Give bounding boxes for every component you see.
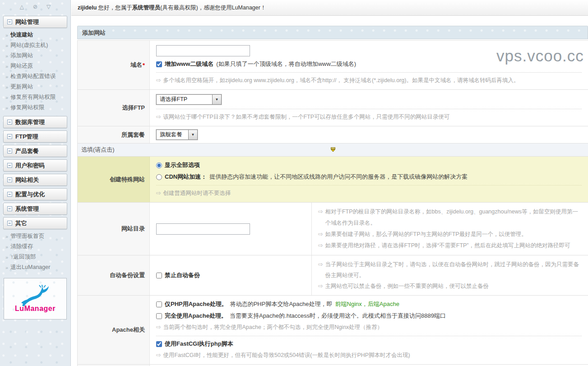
section-label: 网站相关 [15, 176, 39, 184]
disable-backup-checkbox[interactable] [156, 273, 162, 278]
site-dir-content: ⇨ 相对于FTP的根目录下的网站目录名称，如bbs、zijidelu.org、g… [150, 203, 588, 255]
sidebar-item-label: 检查网站配置错误 [10, 73, 56, 80]
section-label: 数据库管理 [15, 118, 45, 126]
sidebar-item-label: 修复所有网站权限 [10, 93, 56, 101]
apache-label: Apache相关 [78, 296, 150, 364]
sidebar-item-label: 添加网站 [10, 52, 33, 60]
sidebar-section-packages[interactable]: − 产品套餐 [3, 145, 67, 157]
backup-hint-2: ⇨ 主网站也可以禁止备份，例如一些不重要的网站，便可以禁止备份 [318, 281, 582, 292]
sidebar-item-fix-permissions[interactable]: » 修复网站权限 [0, 102, 70, 113]
domain-hint: ⇨ 多个域名用空格隔开，如zijidelu.org www.zijidelu.o… [156, 76, 582, 85]
ftp-content: 请选择FTP ▼ ⇨ 该网站位于哪个FTP目录下？如果不考虑套餐限制，一个FTP… [150, 90, 588, 126]
sidebar-section-config-optimize[interactable]: − 配置与优化 [3, 188, 67, 200]
fastcgi-checkbox[interactable] [156, 341, 162, 347]
collapse-section-icon [330, 147, 336, 154]
sidebar-item-restore-site[interactable]: » 网站还原 [0, 61, 70, 71]
hint-arrow-icon: ⇨ [318, 259, 323, 270]
sidebar-section-users[interactable]: − 用户和密码 [3, 159, 67, 171]
sidebar-item-label: 退出LuManager [10, 264, 50, 271]
special-site-label: 创建特殊网站 [78, 157, 150, 202]
site-dir-hint-3: ⇨ 如果要使用绝对路径，请在选择FTP时，选择“不需要FTP”，然后在此处填写上… [318, 240, 582, 251]
sidebar-item-check-config[interactable]: » 检查网站配置错误 [0, 71, 70, 82]
show-all-options-radio[interactable] [156, 162, 162, 168]
required-asterisk: * [143, 62, 145, 69]
cdn-accel-note: 提供静态内容加速功能，让不同地区或线路的用户访问不同的服务器，是下载或镜像网站的… [209, 173, 468, 181]
sidebar-item-update-site[interactable]: » 更新网站 [0, 82, 70, 92]
collapse-minus-icon: − [7, 163, 12, 168]
sidebar-section-system[interactable]: − 系统管理 [3, 203, 67, 215]
package-select[interactable]: 旗舰套餐 ▼ [156, 130, 198, 140]
cdn-accel-label: CDN网站加速： [165, 173, 207, 181]
show-all-options-label: 显示全部选项 [165, 161, 200, 169]
menu-arrow-icon: » [5, 105, 8, 111]
package-select-value: 旗舰套餐 [157, 130, 188, 139]
site-dir-row: 网站目录 ⇨ 相对于FTP的根目录下的网站目录名称，如bbs、zijidelu.… [78, 203, 588, 255]
menu-arrow-icon: » [5, 265, 8, 270]
collapse-minus-icon: − [7, 221, 12, 226]
special-site-hint: ⇨ 创建普通网站时请不要选择 [156, 189, 582, 198]
sidebar-item-panel-home[interactable]: » 管理面板首页 [0, 231, 70, 241]
domain-content: 增加www二级域名 (如果只填了一个顶级域名，将自动增加www二级域名) ⇨ 多… [150, 41, 588, 89]
package-content: 旗舰套餐 ▼ [150, 126, 588, 143]
sidebar-item-add-site[interactable]: » 添加网站 [0, 51, 70, 61]
site-dir-input[interactable] [156, 223, 250, 235]
optional-section-bar[interactable]: 选填(请点击) [78, 144, 588, 157]
sidebar-item-back-to-top[interactable]: » ↑返回顶部 [0, 252, 70, 262]
site-dir-hints: ⇨ 相对于FTP的根目录下的网站目录名称，如bbs、zijidelu.org、g… [311, 203, 588, 255]
site-dir-label: 网站目录 [78, 203, 150, 255]
collapse-minus-icon: − [7, 177, 12, 182]
sidebar-section-ftp[interactable]: − FTP管理 [3, 130, 67, 143]
divider [156, 109, 582, 109]
sidebar-item-logout[interactable]: » 退出LuManager [0, 262, 70, 273]
select-dropdown-icon: ▼ [188, 130, 197, 139]
section-label: 用户和密码 [15, 162, 45, 170]
sidebar-section-site-related[interactable]: − 网站相关 [3, 174, 67, 186]
backup-content: 禁止自动备份 ⇨ 当子网站位于主网站目录之下时，请勾选，以便在自动备份网站时，跳… [150, 255, 588, 295]
menu-arrow-icon: » [5, 64, 8, 69]
php-apache-checkbox[interactable] [156, 301, 162, 307]
cdn-accel-radio[interactable] [156, 174, 162, 180]
add-site-form: 域名* 增加www二级域名 (如果只填了一个顶级域名，将自动增加www二级域名)… [77, 40, 588, 366]
menu-arrow-icon: » [5, 32, 8, 38]
hint-arrow-icon: ⇨ [156, 351, 161, 360]
sidebar-item-vhost[interactable]: » 网站(虚拟主机) [0, 40, 70, 51]
domain-row: 域名* 增加www二级域名 (如果只填了一个顶级域名，将自动增加www二级域名)… [78, 41, 588, 90]
section-label: 产品套餐 [15, 147, 39, 155]
topbar-username: zijidelu [78, 5, 97, 11]
sidebar-item-clear-cache[interactable]: » 清除缓存 [0, 241, 70, 252]
domain-input[interactable] [156, 45, 250, 56]
fastcgi-hint: ⇨ 使用FastCGI时，性能更好，但有可能会导致502或504错误(一般是长时… [156, 351, 582, 360]
backup-label: 自动备份设置 [78, 255, 150, 295]
sidebar-section-site-management[interactable]: − 网站管理 [3, 16, 67, 28]
section-label: FTP管理 [15, 133, 38, 141]
section-label: 网站管理 [15, 18, 39, 26]
package-row: 所属套餐 旗舰套餐 ▼ [78, 126, 588, 144]
apache-content: 仅PHP用Apache处理。 将动态的PHP脚本交给Apache处理，即 前端N… [150, 296, 588, 364]
sidebar-section-database[interactable]: − 数据库管理 [3, 116, 67, 128]
optional-bar-label: 选填(请点击) [81, 146, 115, 154]
ftp-select[interactable]: 请选择FTP ▼ [156, 94, 222, 105]
backup-checkbox-cell: 禁止自动备份 [150, 255, 311, 295]
sidebar-item-fix-all-permissions[interactable]: » 修复所有网站权限 [0, 92, 70, 102]
collapse-minus-icon: − [7, 206, 12, 211]
sidebar-item-quick-site[interactable]: » 快速建站 [0, 30, 70, 40]
disable-backup-label: 禁止自动备份 [165, 271, 200, 279]
php-apache-label: 仅PHP用Apache处理。 [165, 300, 227, 308]
ftp-row: 选择FTP 请选择FTP ▼ ⇨ 该网站位于哪个FTP目录下？如果不考虑套餐限制… [78, 90, 588, 126]
section-label: 配置与优化 [15, 190, 45, 199]
add-www-checkbox[interactable] [156, 61, 162, 67]
apache-row: Apache相关 仅PHP用Apache处理。 将动态的PHP脚本交给Apach… [78, 296, 588, 365]
special-site-content: 显示全部选项 CDN网站加速： 提供静态内容加速功能，让不同地区或线路的用户访问… [150, 157, 588, 202]
sidebar-section-other[interactable]: − 其它 [3, 217, 67, 229]
collapse-minus-icon: − [7, 192, 12, 197]
block-icon[interactable]: ⊘ [33, 4, 37, 10]
collapse-minus-icon: − [7, 134, 12, 139]
menu-arrow-icon: » [5, 244, 8, 250]
section-label: 其它 [15, 219, 27, 227]
special-site-row: 创建特殊网站 显示全部选项 CDN网站加速： 提供静态内容加速功能，让不同地区或… [78, 157, 588, 203]
hint-arrow-icon: ⇨ [156, 323, 161, 332]
full-apache-checkbox[interactable] [156, 313, 162, 319]
collapse-up-icon[interactable]: △ [20, 4, 24, 10]
expand-down-icon[interactable]: ▽ [46, 4, 51, 10]
php-apache-note-green: 前端Nginx，后端Apache [335, 300, 399, 308]
